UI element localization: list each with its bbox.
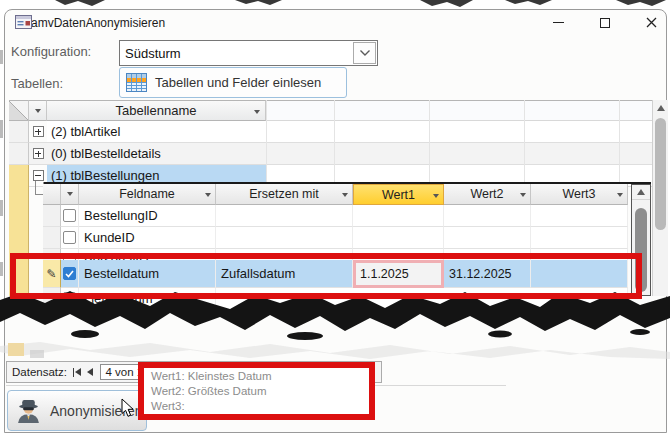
first-record-icon [73, 368, 75, 377]
maximize-icon [600, 18, 610, 28]
outer-table-name-header[interactable]: Tabellenname [47, 100, 266, 121]
outer-row-tblartikel[interactable]: (2) tblArtikel [47, 121, 266, 143]
outer-row-label: (0) tblBestelldetails [51, 146, 161, 161]
annotation-rectangle-row [10, 253, 642, 299]
field-cell-name[interactable]: BestellungID [79, 205, 216, 227]
outer-row-tblbestelldetails-empty [266, 143, 652, 165]
configuration-value: Südsturm [125, 46, 353, 61]
outer-row-tblartikel-empty [266, 121, 652, 143]
form-icon [15, 15, 32, 33]
subtable-corner-cell[interactable] [43, 184, 61, 205]
plus-icon [33, 126, 44, 137]
sort-arrow-icon [617, 193, 623, 197]
minus-icon [33, 170, 44, 181]
tooltip-line-wert3: Wert3: [151, 400, 369, 414]
sort-arrow-icon [433, 194, 439, 198]
sort-arrow-icon [254, 110, 260, 114]
checkbox-icon [63, 209, 76, 222]
close-icon [646, 17, 657, 28]
sort-arrow-icon [205, 193, 211, 197]
close-button[interactable] [636, 12, 666, 33]
first-record-button[interactable] [73, 368, 82, 377]
field-name-label: BestellungID [84, 208, 158, 223]
subtable-header-wert2[interactable]: Wert2 [444, 184, 531, 205]
outer-table-corner-cell[interactable] [9, 100, 29, 121]
scrollbar-thumb[interactable] [655, 118, 666, 230]
configuration-combobox[interactable]: Südsturm [119, 40, 378, 66]
header-label: Feldname [119, 187, 175, 201]
checkbox-icon [63, 231, 76, 244]
header-label: Wert2 [470, 187, 503, 201]
field-cell-replace[interactable] [216, 205, 353, 227]
maximize-button[interactable] [590, 12, 620, 33]
first-record-icon [75, 368, 81, 376]
configuration-label: Konfiguration: [11, 44, 91, 59]
sort-arrow-icon [520, 193, 526, 197]
record-nav-label: Datensatz: [12, 366, 67, 378]
minimize-button[interactable] [543, 12, 573, 33]
row-selector-tblartikel[interactable] [9, 121, 29, 143]
field-cell-wert2[interactable] [444, 227, 531, 249]
scroll-up-button[interactable] [632, 185, 650, 200]
subtable-header-wert1[interactable]: Wert1 [353, 184, 444, 205]
scroll-up-icon [637, 189, 645, 195]
read-tables-button[interactable]: Tabellen und Felder einlesen [119, 67, 347, 98]
outer-table-name-header-label: Tabellenname [116, 103, 197, 118]
row-selector-tblbestelldetails[interactable] [9, 143, 29, 165]
expand-connector-line [35, 181, 36, 194]
combobox-dropdown-button[interactable] [353, 42, 376, 64]
field-row-selector[interactable] [43, 227, 61, 249]
field-checkbox-bestellungid[interactable] [61, 205, 79, 227]
field-cell-name[interactable]: KundeID [79, 227, 216, 249]
expand-toggle-tblartikel[interactable] [29, 121, 47, 143]
subtable-header-wert3[interactable]: Wert3 [531, 184, 628, 205]
subtable-header-feldname[interactable]: Feldname [79, 184, 216, 205]
field-checkbox-kundeid[interactable] [61, 227, 79, 249]
subtable-dropdown-column-header[interactable] [61, 184, 79, 205]
sort-arrow-icon [342, 193, 348, 197]
spy-icon [16, 398, 41, 423]
header-label: Wert1 [382, 188, 415, 202]
outer-row-label: (2) tblArtikel [51, 124, 120, 139]
minimize-icon [553, 22, 564, 24]
outer-row-label: (1) tblBestellungen [51, 168, 159, 183]
field-cell-wert1[interactable] [353, 227, 444, 249]
mouse-cursor [121, 398, 135, 418]
outer-table-empty-header-area [266, 100, 652, 121]
tooltip-line-wert1: Wert1: Kleinstes Datum [151, 370, 369, 384]
dropdown-arrow-icon [67, 192, 73, 196]
previous-record-button[interactable] [87, 368, 93, 376]
chevron-down-icon [359, 49, 371, 57]
field-cell-wert1[interactable] [353, 205, 444, 227]
field-cell-replace[interactable] [216, 227, 353, 249]
title-bar: amvDatenAnonymisieren [5, 10, 666, 35]
expand-connector-line [35, 194, 43, 195]
previous-record-icon [87, 368, 93, 376]
outer-table-dropdown-column-header[interactable] [29, 100, 47, 121]
field-name-label: KundeID [84, 230, 135, 245]
dropdown-arrow-icon [35, 109, 41, 113]
subtable-header-ersetzen-mit[interactable]: Ersetzen mit [216, 184, 353, 205]
tables-label: Tabellen: [11, 76, 63, 91]
expand-toggle-tblbestelldetails[interactable] [29, 143, 47, 165]
scroll-up-icon [657, 105, 665, 111]
field-row-selector[interactable] [43, 205, 61, 227]
header-label: Ersetzen mit [249, 187, 318, 201]
outer-row-tblbestelldetails[interactable]: (0) tblBestelldetails [47, 143, 266, 165]
scroll-up-button[interactable] [653, 100, 668, 115]
header-label: Wert3 [562, 187, 595, 201]
annotation-tooltip: Wert1: Kleinstes Datum Wert2: Größtes Da… [138, 362, 375, 420]
field-cell-wert3[interactable] [531, 205, 628, 227]
window-title: amvDatenAnonymisieren [31, 16, 165, 30]
screenshot-root: { "window": { "title": "amvDatenAnonymis… [0, 0, 670, 433]
field-cell-wert3[interactable] [531, 227, 628, 249]
plus-icon [33, 148, 44, 159]
field-cell-wert2[interactable] [444, 205, 531, 227]
tooltip-line-wert2: Wert2: Größtes Datum [151, 385, 369, 399]
read-tables-button-label: Tabellen und Felder einlesen [155, 75, 321, 90]
outer-vertical-scrollbar[interactable] [652, 100, 668, 296]
table-icon [126, 73, 147, 92]
